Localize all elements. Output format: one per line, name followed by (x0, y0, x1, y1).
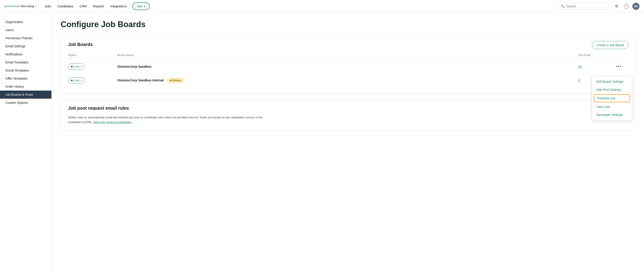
job-boards-card: Job Boards Create a Job Board Status Boa… (61, 35, 635, 94)
add-label: Add (137, 4, 142, 8)
row1-status-chevron: ▾ (81, 65, 82, 68)
sidebar-item-email-templates[interactable]: Email Templates (0, 58, 52, 66)
nav-reports[interactable]: Reports (90, 3, 107, 9)
logo-green: greenhouse (4, 4, 20, 8)
header-board-name: Board Name (118, 53, 578, 57)
sidebar: Organization Users Permission Policies E… (0, 12, 52, 274)
email-rules-title: Job post request email rules (68, 106, 628, 111)
row1-board-name: Omniva-Corp Sandbox (118, 65, 152, 68)
sidebar-item-organization[interactable]: Organization (0, 18, 52, 26)
row1-status-label: Live (74, 65, 80, 68)
page-title: Configure Job Boards (61, 20, 635, 29)
add-chevron: ▾ (144, 4, 145, 8)
nav-candidates[interactable]: Candidates (55, 3, 76, 9)
create-job-board-button[interactable]: Create a Job Board (592, 41, 628, 49)
sidebar-item-offer-templates[interactable]: Offer Templates (0, 74, 52, 83)
row2-actions-cell: ••• Edit Board Settings Edit Post Settin… (614, 77, 628, 84)
dropdown-edit-post-settings[interactable]: Edit Post Settings (592, 86, 632, 94)
add-button[interactable]: Add ▾ (132, 2, 150, 10)
sidebar-item-order-history[interactable]: Order History (0, 83, 52, 91)
sourcing-strategies-link[interactable]: View your sourcing strategies. (93, 121, 132, 124)
main-content: Configure Job Boards Job Boards Create a… (52, 12, 644, 274)
dropdown-tracking-link[interactable]: Tracking Link (594, 94, 630, 102)
settings-button[interactable]: ⚙ (612, 2, 621, 10)
sidebar-item-job-boards-posts[interactable]: Job Boards & Posts (0, 91, 52, 99)
sidebar-item-social-templates[interactable]: Social Templates (0, 66, 52, 74)
settings-icon: ⚙ (615, 4, 618, 8)
logo-chevron: ▾ (35, 5, 36, 7)
row1-job-posts-cell: 19 (578, 65, 614, 68)
sidebar-item-email-settings[interactable]: Email Settings (0, 42, 52, 50)
row1-actions-cell: ••• (614, 63, 628, 70)
job-boards-section-title: Job Boards (68, 42, 628, 47)
help-button[interactable]: ? (622, 2, 630, 10)
nav-crm[interactable]: CRM (77, 3, 90, 9)
row2-internal-badge: INTERNAL (167, 78, 184, 83)
nav-integrations[interactable]: Integrations (108, 3, 130, 9)
row2-status-cell: Live ▾ (68, 77, 118, 83)
search-icon: 🔍 (561, 4, 564, 8)
sidebar-item-users[interactable]: Users (0, 26, 52, 34)
search-box[interactable]: 🔍 (557, 3, 609, 10)
sidebar-item-custom-options[interactable]: Custom Options (0, 99, 52, 107)
dropdown-view-live[interactable]: View Live (592, 103, 632, 111)
header-job-posts: Job Posts (578, 53, 614, 57)
nav-links: Jobs Candidates CRM Reports Integrations (42, 3, 130, 9)
dropdown-developer-settings[interactable]: Developer Settings (592, 111, 632, 119)
row1-more-options-button[interactable]: ••• (614, 63, 623, 70)
logo[interactable]: greenhouse Recruiting ▾ (4, 4, 36, 8)
dropdown-menu: Edit Board Settings Edit Post Settings T… (592, 76, 632, 121)
row2-status-badge[interactable]: Live ▾ (68, 77, 85, 83)
row1-status-badge[interactable]: Live ▾ (68, 63, 85, 70)
logo-dark: Recruiting (21, 4, 34, 8)
row2-name-cell: Omniva-Corp Sandbox Internal INTERNAL (118, 78, 578, 83)
page-container: Organization Users Permission Policies E… (0, 12, 644, 274)
row2-board-name: Omniva-Corp Sandbox Internal (118, 78, 164, 82)
table-header: Status Board Name Job Posts (68, 52, 628, 59)
row2-job-posts-count[interactable]: 0 (578, 79, 580, 82)
email-rules-card: Job post request email rules Define rule… (61, 99, 635, 131)
row2-status-chevron: ▾ (81, 79, 82, 82)
row2-status-dot (71, 80, 73, 81)
header-status: Status (68, 53, 118, 57)
nav-icons: ⚙ ? MS (612, 2, 640, 10)
header-actions (614, 53, 628, 57)
row1-job-posts-count[interactable]: 19 (578, 65, 582, 68)
sidebar-item-notifications[interactable]: Notifications (0, 50, 52, 58)
table-row: Live ▾ Omniva-Corp Sandbox Internal INTE… (68, 74, 628, 87)
dropdown-edit-board-settings[interactable]: Edit Board Settings (592, 78, 632, 86)
email-rules-description: Define rules to automatically email the … (68, 115, 270, 125)
avatar-button[interactable]: MS (632, 3, 640, 10)
row2-status-label: Live (74, 79, 80, 82)
sidebar-item-permission-policies[interactable]: Permission Policies (0, 34, 52, 42)
help-icon: ? (624, 4, 629, 9)
row1-name-cell: Omniva-Corp Sandbox (118, 65, 578, 68)
table-row: Live ▾ Omniva-Corp Sandbox 19 ••• (68, 60, 628, 74)
top-navigation: greenhouse Recruiting ▾ Jobs Candidates … (0, 0, 644, 12)
search-input[interactable] (566, 4, 606, 8)
row1-status-cell: Live ▾ (68, 63, 118, 70)
row1-status-dot (71, 66, 73, 67)
nav-jobs[interactable]: Jobs (42, 3, 54, 9)
avatar-label: MS (634, 5, 638, 8)
